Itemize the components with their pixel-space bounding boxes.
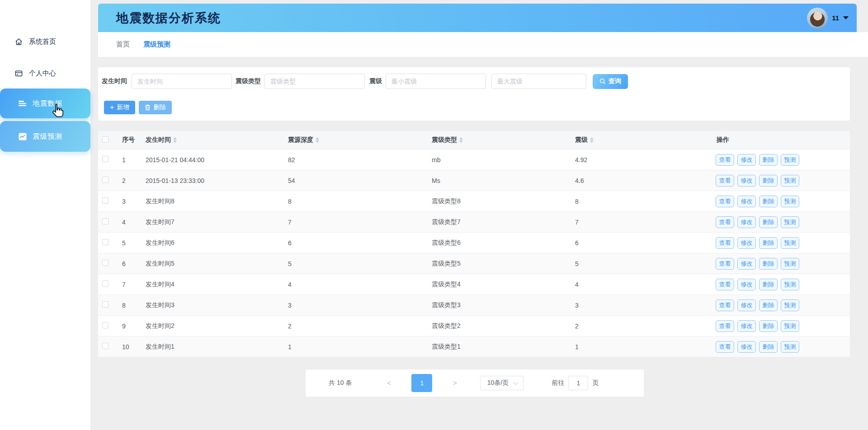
row-checkbox[interactable] [102, 197, 108, 204]
sidebar-item-profile[interactable]: 个人中心 [0, 62, 90, 84]
filter-max-magnitude-input[interactable] [491, 74, 586, 89]
tab-bar: 首页 震级预测 [98, 32, 868, 57]
edit-button[interactable]: 修改 [737, 341, 756, 353]
row-checkbox[interactable] [102, 260, 108, 266]
sort-depth-control[interactable] [316, 137, 319, 143]
delete-button[interactable]: 删除 [139, 101, 172, 114]
sort-magnitude-control[interactable] [590, 137, 594, 143]
page-size-select[interactable]: 10条/页 [480, 376, 524, 390]
sort-type-control[interactable] [459, 137, 463, 143]
page-button-1[interactable]: 1 [411, 374, 432, 392]
sidebar-item-home[interactable]: 系统首页 [0, 31, 90, 52]
table-body: 1 2015-01-21 04:44:00 82 mb 4.92 查看修改删除预… [98, 150, 850, 357]
row-checkbox[interactable] [102, 301, 108, 308]
predict-button[interactable]: 预测 [781, 175, 799, 187]
predict-button[interactable]: 预测 [781, 154, 799, 166]
edit-button[interactable]: 修改 [737, 258, 756, 270]
predict-button[interactable]: 预测 [781, 299, 799, 311]
sort-time-control[interactable] [173, 137, 177, 143]
table-row: 7 发生时间4 4 震级类型4 4 查看修改删除预测 [98, 274, 850, 295]
cell-time: 2015-01-21 04:44:00 [142, 156, 284, 164]
row-actions: 查看修改删除预测 [712, 175, 850, 187]
edit-button[interactable]: 修改 [737, 154, 756, 166]
cell-depth: 3 [284, 302, 428, 309]
edit-button[interactable]: 修改 [737, 216, 756, 228]
delete-row-button[interactable]: 删除 [759, 320, 778, 332]
delete-row-button[interactable]: 删除 [759, 154, 778, 166]
cell-time: 发生时间8 [142, 197, 284, 206]
view-button[interactable]: 查看 [716, 279, 734, 290]
cell-magnitude: 4.6 [571, 177, 712, 184]
filter-time-input[interactable] [132, 74, 232, 89]
row-actions: 查看修改删除预测 [712, 154, 850, 166]
sidebar-item-earthquake-data[interactable]: 地震数据 [0, 89, 90, 118]
filter-min-magnitude-input[interactable] [386, 74, 486, 89]
delete-row-button[interactable]: 删除 [759, 175, 778, 187]
predict-button[interactable]: 预测 [781, 216, 799, 228]
view-button[interactable]: 查看 [716, 320, 734, 332]
row-checkbox[interactable] [102, 177, 108, 183]
row-checkbox[interactable] [102, 280, 108, 287]
cell-time: 发生时间4 [142, 280, 284, 289]
goto-page-input[interactable] [568, 376, 588, 390]
sidebar: 系统首页 个人中心 地震数据 震级预测 [0, 0, 90, 430]
cell-index: 9 [118, 322, 142, 330]
view-button[interactable]: 查看 [716, 196, 734, 207]
view-button[interactable]: 查看 [716, 216, 734, 228]
sidebar-item-label: 震级预测 [33, 132, 62, 141]
row-actions: 查看修改删除预测 [712, 216, 850, 228]
sidebar-item-magnitude-predict[interactable]: 震级预测 [0, 121, 90, 152]
row-checkbox[interactable] [102, 239, 108, 245]
delete-row-button[interactable]: 删除 [759, 216, 778, 228]
row-actions: 查看修改删除预测 [712, 299, 850, 311]
delete-row-button[interactable]: 删除 [759, 299, 778, 311]
predict-button[interactable]: 预测 [781, 341, 799, 353]
cell-time: 发生时间6 [142, 239, 284, 247]
predict-button[interactable]: 预测 [781, 196, 799, 207]
user-menu[interactable]: 11 [807, 8, 857, 28]
next-page-button[interactable]: > [449, 379, 460, 387]
delete-row-button[interactable]: 删除 [759, 237, 778, 249]
prev-page-button[interactable]: < [383, 379, 394, 387]
tab-home[interactable]: 首页 [116, 40, 130, 49]
delete-row-button[interactable]: 删除 [759, 196, 778, 207]
edit-button[interactable]: 修改 [737, 279, 756, 290]
delete-row-button[interactable]: 删除 [759, 279, 778, 290]
view-button[interactable]: 查看 [716, 299, 734, 311]
avatar[interactable] [807, 8, 828, 28]
delete-row-button[interactable]: 删除 [759, 258, 778, 270]
predict-button[interactable]: 预测 [781, 320, 799, 332]
predict-button[interactable]: 预测 [781, 258, 799, 270]
goto-label: 前往 [552, 379, 564, 387]
view-button[interactable]: 查看 [716, 237, 734, 249]
row-checkbox[interactable] [102, 218, 108, 224]
view-button[interactable]: 查看 [716, 175, 734, 187]
cell-magnitude: 2 [571, 322, 712, 330]
select-all-checkbox[interactable] [102, 136, 108, 143]
search-button[interactable]: 查询 [593, 74, 628, 89]
row-actions: 查看修改删除预测 [712, 320, 850, 332]
cell-type: 震级类型2 [428, 322, 571, 330]
row-checkbox[interactable] [102, 343, 108, 349]
cell-type: 震级类型8 [428, 197, 571, 206]
edit-button[interactable]: 修改 [737, 320, 756, 332]
filter-type-input[interactable] [264, 74, 365, 89]
col-header-time: 发生时间 [146, 136, 171, 144]
view-button[interactable]: 查看 [716, 341, 734, 353]
edit-button[interactable]: 修改 [737, 196, 756, 207]
chevron-down-icon [843, 16, 849, 19]
page-size-value: 10条/页 [487, 379, 509, 387]
predict-button[interactable]: 预测 [781, 279, 799, 290]
edit-button[interactable]: 修改 [737, 299, 756, 311]
edit-button[interactable]: 修改 [737, 237, 756, 249]
predict-button[interactable]: 预测 [781, 237, 799, 249]
row-checkbox[interactable] [102, 156, 108, 162]
view-button[interactable]: 查看 [716, 154, 734, 166]
edit-button[interactable]: 修改 [737, 175, 756, 187]
tab-magnitude-predict[interactable]: 震级预测 [143, 40, 170, 49]
view-button[interactable]: 查看 [716, 258, 734, 270]
add-button[interactable]: + 新增 [104, 101, 135, 114]
delete-row-button[interactable]: 删除 [759, 341, 778, 353]
row-checkbox[interactable] [102, 322, 108, 328]
cell-type: 震级类型5 [428, 260, 571, 268]
